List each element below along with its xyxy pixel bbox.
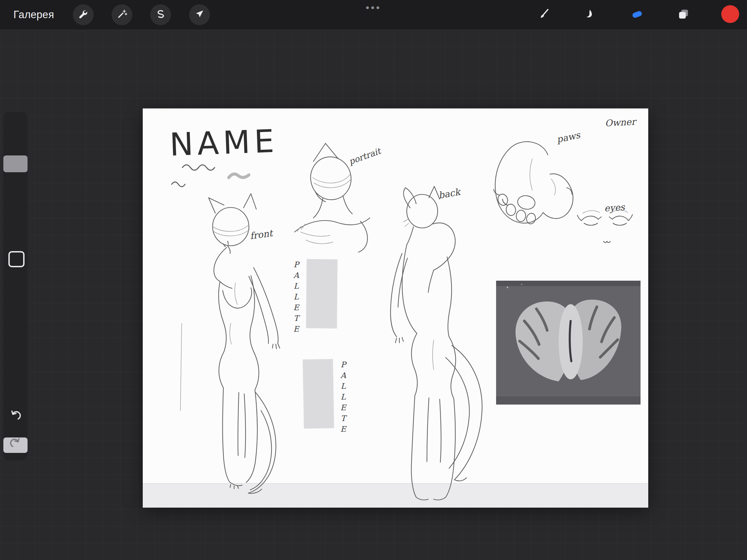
- gallery-button[interactable]: Галерея: [14, 0, 54, 30]
- multitasking-indicator[interactable]: •••: [361, 2, 386, 14]
- ear-painting: [496, 281, 641, 404]
- opacity-slider[interactable]: [3, 270, 28, 387]
- sketch-title: NAME: [169, 123, 279, 163]
- smudge-icon: [582, 7, 596, 23]
- erase-button[interactable]: [628, 5, 647, 24]
- smudge-button[interactable]: [579, 5, 598, 24]
- redo-button[interactable]: [8, 435, 23, 450]
- drawing-canvas[interactable]: NAME front portrait back paws eyes Owner…: [143, 108, 648, 507]
- redo-icon: [8, 446, 23, 451]
- brush-size-slider[interactable]: [3, 112, 28, 246]
- wrench-icon: [77, 7, 90, 22]
- selection-s-icon: [154, 7, 167, 22]
- undo-button[interactable]: [8, 408, 23, 423]
- top-toolbar: Галерея: [0, 0, 747, 30]
- side-toolbar: [3, 112, 28, 460]
- layers-button[interactable]: [674, 5, 693, 24]
- label-owner: Owner: [604, 116, 636, 129]
- layers-icon: [676, 7, 691, 23]
- brush-size-handle[interactable]: [3, 156, 28, 172]
- brush-icon: [536, 7, 551, 23]
- color-button[interactable]: [720, 5, 740, 25]
- palette-label-top: PALLETE: [292, 260, 301, 331]
- undo-icon: [8, 418, 23, 424]
- actions-button[interactable]: [73, 4, 94, 25]
- palette-swatch-bottom: [303, 359, 334, 429]
- adjustments-button[interactable]: [111, 4, 132, 25]
- eraser-icon: [630, 7, 645, 23]
- label-eyes: eyes: [604, 202, 625, 214]
- transform-arrow-icon: [193, 7, 206, 22]
- magic-wand-icon: [115, 7, 129, 22]
- transform-button[interactable]: [189, 4, 210, 25]
- modify-button[interactable]: [8, 251, 25, 267]
- active-color-swatch: [721, 5, 740, 25]
- palette-label-bottom: PALLETE: [339, 360, 347, 431]
- paint-button[interactable]: [534, 5, 553, 24]
- procreate-window: { "topbar": { "gallery_label": "Галерея"…: [0, 0, 747, 560]
- selection-button[interactable]: [150, 4, 171, 25]
- palette-swatch-top: [306, 259, 338, 329]
